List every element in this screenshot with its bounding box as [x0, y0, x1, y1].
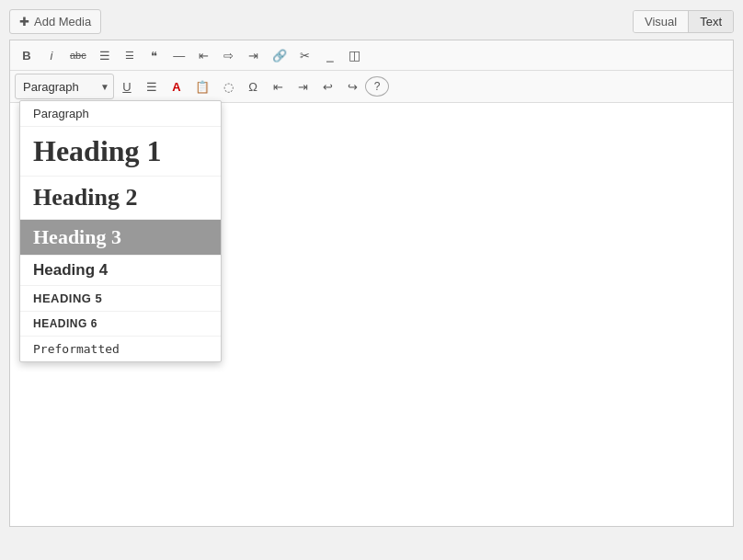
- link-button[interactable]: 🔗: [267, 43, 292, 67]
- undo-button[interactable]: ↩: [315, 74, 339, 98]
- format-select-wrapper[interactable]: Paragraph Heading 1 Heading 2 Heading 3 …: [15, 74, 114, 99]
- align-left-button[interactable]: ⇤: [192, 43, 216, 67]
- align-center-button[interactable]: ⇨: [217, 43, 241, 67]
- dropdown-item-h3[interactable]: Heading 3: [20, 220, 221, 256]
- help-button[interactable]: ?: [365, 76, 389, 97]
- paste-button[interactable]: 📋: [189, 74, 215, 98]
- toolbar-row-2: Paragraph Heading 1 Heading 2 Heading 3 …: [10, 71, 733, 103]
- blockquote-button[interactable]: ❝: [143, 43, 166, 67]
- tab-text[interactable]: Text: [689, 11, 733, 32]
- justify-button[interactable]: ☰: [140, 74, 164, 98]
- toolbar-row-1: B i abc ☰ ☰ ❝ — ⇤ ⇨ ⇥ 🔗 ✂ ⎯ ◫: [10, 40, 733, 71]
- hr-button[interactable]: —: [167, 43, 191, 67]
- ordered-list-button[interactable]: ☰: [118, 43, 142, 67]
- editor-area: B i abc ☰ ☰ ❝ — ⇤ ⇨ ⇥ 🔗 ✂ ⎯ ◫ Paragraph …: [9, 40, 734, 527]
- tab-visual[interactable]: Visual: [634, 11, 689, 32]
- text-color-button[interactable]: A: [165, 74, 189, 98]
- align-right-button[interactable]: ⇥: [242, 43, 266, 67]
- add-media-button[interactable]: ✚ Add Media: [9, 9, 101, 34]
- add-media-icon: ✚: [19, 15, 29, 29]
- fullscreen-button[interactable]: ◫: [343, 43, 367, 67]
- unlink-button[interactable]: ✂: [293, 43, 317, 67]
- top-bar: ✚ Add Media Visual Text: [9, 9, 734, 34]
- dropdown-item-h5[interactable]: HEADING 5: [20, 286, 221, 312]
- insert-more-button[interactable]: ⎯: [318, 43, 342, 67]
- dropdown-item-paragraph[interactable]: Paragraph: [20, 101, 221, 127]
- bold-button[interactable]: B: [15, 43, 39, 67]
- outdent-button[interactable]: ⇤: [266, 74, 290, 98]
- strikethrough-button[interactable]: abc: [64, 43, 92, 67]
- format-dropdown: Paragraph Heading 1 Heading 2 Heading 3 …: [19, 100, 222, 362]
- dropdown-item-h1[interactable]: Heading 1: [20, 127, 221, 177]
- dropdown-item-h6[interactable]: HEADING 6: [20, 312, 221, 337]
- dropdown-item-pre[interactable]: Preformatted: [20, 337, 221, 361]
- view-tabs: Visual Text: [633, 10, 734, 33]
- dropdown-item-h2[interactable]: Heading 2: [20, 177, 221, 220]
- clear-format-button[interactable]: ◌: [216, 74, 240, 98]
- special-chars-button[interactable]: Ω: [241, 74, 265, 98]
- dropdown-item-h4[interactable]: Heading 4: [20, 256, 221, 286]
- unordered-list-button[interactable]: ☰: [93, 43, 117, 67]
- redo-button[interactable]: ↪: [340, 74, 364, 98]
- underline-button[interactable]: U: [115, 74, 139, 98]
- editor-wrapper: ✚ Add Media Visual Text B i abc ☰ ☰ ❝ — …: [0, 0, 743, 560]
- add-media-label: Add Media: [34, 15, 91, 29]
- italic-button[interactable]: i: [40, 43, 63, 67]
- indent-button[interactable]: ⇥: [291, 74, 314, 98]
- format-select[interactable]: Paragraph Heading 1 Heading 2 Heading 3 …: [15, 74, 114, 99]
